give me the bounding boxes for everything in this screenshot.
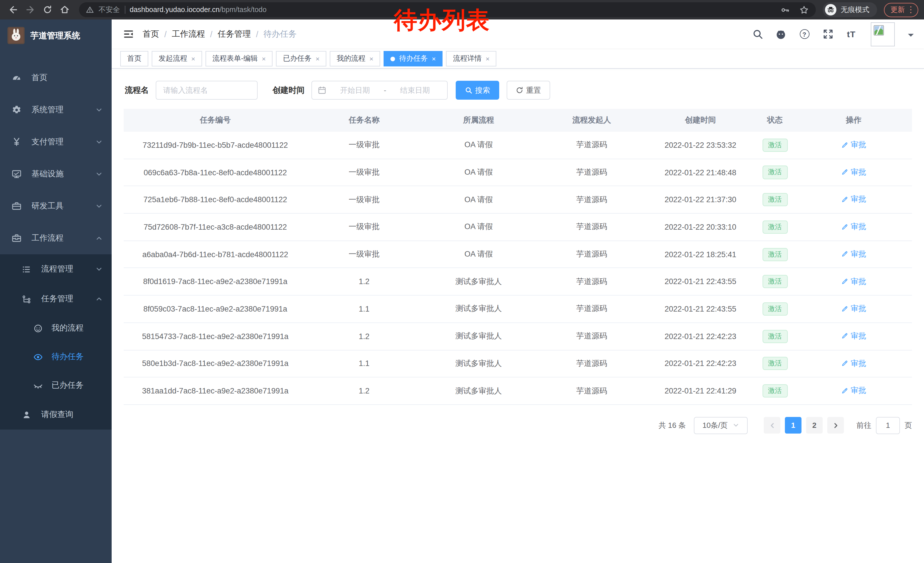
sidebar-item-todo-task[interactable]: 待办任务 bbox=[0, 342, 112, 371]
col-status: 状态 bbox=[753, 115, 796, 125]
close-icon[interactable]: × bbox=[432, 55, 436, 62]
sidebar-item-infrastructure[interactable]: 基础设施 bbox=[0, 158, 112, 190]
app-logo[interactable]: 芋道管理系统 bbox=[0, 20, 112, 51]
tab-done-task[interactable]: 已办任务 × bbox=[276, 51, 326, 66]
kebab-menu-icon[interactable] bbox=[910, 6, 911, 14]
action-cell: 审批 bbox=[796, 249, 911, 260]
tab-start-process[interactable]: 发起流程 × bbox=[152, 51, 202, 66]
status-cell: 激活 bbox=[753, 330, 796, 343]
approve-link[interactable]: 审批 bbox=[841, 167, 866, 177]
task-id-cell: 580e1b3d-7ac8-11ec-a9e2-a2380e71991a bbox=[124, 359, 307, 368]
page-1-button[interactable]: 1 bbox=[785, 417, 801, 434]
list-tree-icon bbox=[22, 264, 32, 274]
forward-icon[interactable] bbox=[23, 2, 38, 17]
edit-pencil-icon bbox=[841, 360, 848, 367]
close-icon[interactable]: × bbox=[191, 55, 195, 62]
task-id-cell: 8f059c03-7ac8-11ec-a9e2-a2380e71991a bbox=[124, 305, 307, 313]
page-2-button[interactable]: 2 bbox=[806, 417, 823, 434]
sidebar-collapse-icon[interactable] bbox=[123, 29, 134, 39]
sidebar-item-devtools[interactable]: 研发工具 bbox=[0, 190, 112, 222]
tab-process-detail[interactable]: 流程详情 × bbox=[446, 51, 496, 66]
table-row: a6aba0a4-7b6d-11ec-b781-acde48001122 一级审… bbox=[124, 241, 912, 268]
breadcrumb-task-mgmt[interactable]: 任务管理 bbox=[218, 29, 251, 39]
sidebar-item-done-task[interactable]: 已办任务 bbox=[0, 371, 112, 400]
next-page-button[interactable] bbox=[827, 417, 844, 434]
chevron-down-icon bbox=[96, 266, 102, 273]
font-size-icon[interactable]: tT bbox=[844, 27, 859, 42]
table-body: 73211d9d-7b9b-11ec-b5b7-acde48001122 一级审… bbox=[124, 132, 912, 405]
task-name-cell: 一级审批 bbox=[307, 194, 422, 205]
reload-icon[interactable] bbox=[40, 2, 55, 17]
prev-page-button[interactable] bbox=[764, 417, 780, 434]
back-icon[interactable] bbox=[6, 2, 21, 17]
sidebar-item-workflow[interactable]: 工作流程 bbox=[0, 222, 112, 254]
key-icon[interactable] bbox=[780, 5, 790, 15]
close-icon[interactable]: × bbox=[369, 55, 373, 62]
process-cell: 测试多审批人 bbox=[422, 331, 536, 341]
process-cell: 测试多审批人 bbox=[422, 359, 536, 369]
breadcrumb-home[interactable]: 首页 bbox=[142, 29, 159, 39]
approve-link[interactable]: 审批 bbox=[841, 303, 866, 314]
goto-page-input[interactable] bbox=[876, 417, 900, 434]
sidebar-item-process-mgmt[interactable]: 流程管理 bbox=[0, 254, 112, 284]
action-cell: 审批 bbox=[796, 331, 911, 342]
tab-form-edit[interactable]: 流程表单-编辑 × bbox=[206, 51, 273, 66]
close-icon[interactable]: × bbox=[486, 55, 490, 62]
approve-link[interactable]: 审批 bbox=[841, 222, 866, 232]
action-cell: 审批 bbox=[796, 140, 911, 150]
tab-todo-task-active[interactable]: 待办任务 × bbox=[384, 51, 442, 66]
close-icon[interactable]: × bbox=[262, 55, 266, 62]
approve-link[interactable]: 审批 bbox=[841, 386, 866, 396]
col-task-name: 任务名称 bbox=[307, 115, 422, 125]
status-cell: 激活 bbox=[753, 275, 796, 288]
create-time-cell: 2022-01-22 18:25:41 bbox=[648, 250, 753, 258]
fullscreen-icon[interactable] bbox=[820, 27, 835, 42]
table-row: 8f0d1619-7ac8-11ec-a9e2-a2380e71991a 1.2… bbox=[124, 268, 912, 296]
close-icon[interactable]: × bbox=[315, 55, 320, 62]
toolbox-icon bbox=[12, 233, 22, 243]
process-cell: OA 请假 bbox=[422, 194, 536, 205]
sidebar-item-label: 基础设施 bbox=[32, 169, 86, 179]
sidebar-item-task-mgmt[interactable]: 任务管理 bbox=[0, 284, 112, 314]
tab-my-process[interactable]: 我的流程 × bbox=[330, 51, 380, 66]
sidebar-item-my-process[interactable]: 我的流程 bbox=[0, 314, 112, 342]
sidebar-item-label: 任务管理 bbox=[41, 294, 86, 304]
starter-cell: 芋道源码 bbox=[536, 249, 648, 260]
gear-icon bbox=[12, 105, 22, 115]
reset-button[interactable]: 重置 bbox=[507, 81, 550, 100]
tab-home[interactable]: 首页 bbox=[120, 51, 148, 66]
page-size-select[interactable]: 10条/页 bbox=[694, 417, 748, 434]
sidebar-item-system[interactable]: 系统管理 bbox=[0, 94, 112, 126]
approve-link[interactable]: 审批 bbox=[841, 276, 866, 287]
approve-link[interactable]: 审批 bbox=[841, 331, 866, 341]
bookmark-star-icon[interactable] bbox=[799, 5, 808, 15]
breadcrumb-workflow[interactable]: 工作流程 bbox=[172, 29, 205, 39]
status-cell: 激活 bbox=[753, 139, 796, 152]
not-secure-warning-icon bbox=[86, 6, 94, 14]
avatar-caret-icon[interactable] bbox=[908, 33, 914, 39]
col-task-id: 任务编号 bbox=[124, 115, 307, 125]
tab-bar: 首页 发起流程 × 流程表单-编辑 × 已办任务 × 我的流程 × bbox=[112, 49, 924, 69]
approve-link[interactable]: 审批 bbox=[841, 140, 866, 150]
approve-link[interactable]: 审批 bbox=[841, 249, 866, 260]
process-name-input[interactable] bbox=[156, 81, 258, 100]
home-icon[interactable] bbox=[57, 2, 72, 17]
help-icon[interactable]: ? bbox=[797, 27, 812, 42]
status-badge: 激活 bbox=[762, 221, 788, 234]
search-button[interactable]: 搜索 bbox=[456, 81, 499, 100]
approve-link[interactable]: 审批 bbox=[841, 358, 866, 369]
breadcrumb-separator: / bbox=[164, 30, 166, 39]
date-range-input[interactable]: 开始日期 - 结束日期 bbox=[311, 81, 448, 100]
sidebar-item-leave-query[interactable]: 请假查询 bbox=[0, 400, 112, 429]
task-id-cell: 58154733-7ac8-11ec-a9e2-a2380e71991a bbox=[124, 332, 307, 341]
avatar[interactable] bbox=[871, 22, 895, 46]
github-icon[interactable] bbox=[773, 27, 788, 42]
browser-update-button[interactable]: 更新 bbox=[884, 3, 918, 17]
sidebar-item-label: 待办任务 bbox=[51, 352, 102, 362]
sidebar-item-payment[interactable]: 支付管理 bbox=[0, 126, 112, 158]
search-icon[interactable] bbox=[750, 27, 765, 42]
sidebar-item-home[interactable]: 首页 bbox=[0, 62, 112, 94]
task-id-cell: 75d72608-7b7f-11ec-a3c8-acde48001122 bbox=[124, 223, 307, 231]
approve-link[interactable]: 审批 bbox=[841, 194, 866, 205]
screen: 不安全 dashboard.yudao.iocoder.cn/bpm/task/… bbox=[0, 0, 924, 563]
